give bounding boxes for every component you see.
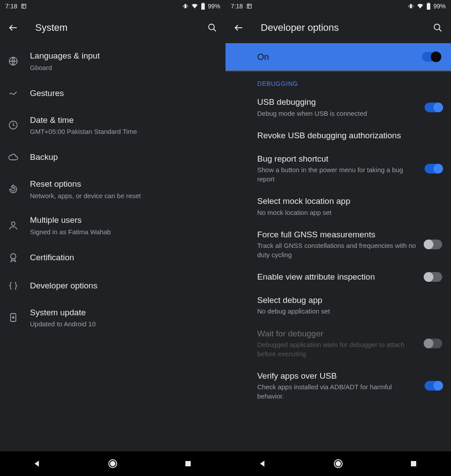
row-bug-report-shortcut[interactable]: Bug report shortcut Show a button in the… <box>226 148 451 190</box>
svg-point-4 <box>209 24 214 30</box>
row-title: Revoke USB debugging authorizations <box>257 130 442 141</box>
master-toggle-switch[interactable] <box>422 52 440 62</box>
row-select-debug-app[interactable]: Select debug app No debug application se… <box>226 289 451 322</box>
vibrate-icon <box>182 3 189 9</box>
toggle-switch[interactable] <box>425 381 442 391</box>
row-verify-apps-usb[interactable]: Verify apps over USB Check apps installe… <box>226 365 451 407</box>
badge-icon <box>6 251 20 265</box>
row-title: Reset options <box>30 178 217 190</box>
wifi-icon <box>417 3 424 9</box>
status-battery: 99% <box>433 3 446 10</box>
nav-recents[interactable] <box>405 455 422 472</box>
toggle-switch[interactable] <box>425 240 442 249</box>
row-system-update[interactable]: System update Updated to Android 10 <box>0 300 226 336</box>
page-title: Developer options <box>256 22 420 33</box>
developer-options-screen: 7:18 99% Developer options On <box>226 0 451 476</box>
status-bar: 7:18 99% <box>0 0 226 12</box>
row-title: Bug report shortcut <box>257 154 419 165</box>
row-force-gnss[interactable]: Force full GNSS measurements Track all G… <box>226 223 451 266</box>
row-sub: No mock location app set <box>257 208 442 217</box>
svg-rect-16 <box>428 3 429 4</box>
row-title: USB debugging <box>257 97 419 108</box>
toggle-switch[interactable] <box>425 272 442 282</box>
nav-recents[interactable] <box>179 455 197 472</box>
row-title: Wait for debugger <box>257 328 419 339</box>
row-languages-input[interactable]: Languages & input Gboard <box>0 43 226 79</box>
toggle-switch <box>425 339 442 348</box>
row-sub: Gboard <box>30 63 217 72</box>
reset-icon <box>6 182 20 196</box>
row-developer-options[interactable]: Developer options <box>0 272 226 300</box>
app-bar: Developer options <box>226 12 451 43</box>
back-button[interactable] <box>4 19 22 37</box>
row-title: Backup <box>30 151 217 163</box>
svg-rect-2 <box>201 4 205 10</box>
app-bar: System <box>0 12 226 43</box>
row-view-attr-inspection[interactable]: Enable view attribute inspection <box>226 266 451 289</box>
svg-rect-15 <box>427 4 430 10</box>
row-date-time[interactable]: Date & time GMT+05:00 Pakistan Standard … <box>0 107 226 144</box>
clock-icon <box>6 118 20 132</box>
svg-rect-12 <box>185 461 191 466</box>
row-wait-for-debugger: Wait for debugger Debugged application w… <box>226 322 451 365</box>
svg-rect-14 <box>410 4 412 8</box>
svg-point-19 <box>336 461 340 466</box>
toggle-switch[interactable] <box>425 103 442 112</box>
user-icon <box>6 218 20 232</box>
battery-icon <box>201 3 205 10</box>
row-usb-debugging[interactable]: USB debugging Debug mode when USB is con… <box>226 91 451 124</box>
nav-home[interactable] <box>104 455 122 472</box>
row-title: Enable view attribute inspection <box>257 272 419 283</box>
wifi-icon <box>191 3 198 9</box>
row-title: Multiple users <box>30 214 217 226</box>
svg-point-7 <box>11 222 15 225</box>
row-gestures[interactable]: Gestures <box>0 79 226 107</box>
toggle-switch[interactable] <box>425 164 442 173</box>
row-sub: Show a button in the power menu for taki… <box>257 166 419 184</box>
status-bar: 7:18 99% <box>226 0 451 12</box>
row-sub: No debug application set <box>257 307 442 316</box>
row-sub: Updated to Android 10 <box>30 319 217 328</box>
status-time: 7:18 <box>231 3 243 10</box>
row-sub: GMT+05:00 Pakistan Standard Time <box>30 127 217 136</box>
row-title: Certification <box>30 252 217 263</box>
row-reset-options[interactable]: Reset options Network, apps, or device c… <box>0 171 226 207</box>
nav-bar <box>226 451 451 476</box>
nav-back[interactable] <box>254 455 272 472</box>
row-mock-location[interactable]: Select mock location app No mock locatio… <box>226 190 451 223</box>
svg-point-11 <box>111 461 115 466</box>
update-icon <box>6 310 20 325</box>
status-battery: 99% <box>208 3 220 10</box>
battery-icon <box>426 3 431 10</box>
svg-rect-13 <box>248 4 251 8</box>
search-button[interactable] <box>203 19 221 37</box>
screenshot-icon <box>246 3 252 9</box>
row-sub: Signed in as Fatima Wahab <box>30 227 217 236</box>
svg-rect-0 <box>22 4 26 8</box>
status-time: 7:18 <box>5 3 17 10</box>
settings-list: Languages & input Gboard Gestures Date &… <box>0 43 226 476</box>
page-title: System <box>31 22 195 33</box>
row-certification[interactable]: Certification <box>0 244 226 272</box>
row-sub: Track all GNSS constellations and freque… <box>257 241 419 259</box>
vibrate-icon <box>408 3 414 9</box>
row-sub: Debugged application waits for debugger … <box>257 340 419 358</box>
row-sub: Network, apps, or device can be reset <box>30 191 217 200</box>
nav-back[interactable] <box>29 455 46 472</box>
row-revoke-usb[interactable]: Revoke USB debugging authorizations <box>226 124 451 148</box>
svg-point-8 <box>11 254 16 259</box>
nav-bar <box>0 451 226 476</box>
developer-options-list: DEBUGGING USB debugging Debug mode when … <box>226 71 451 476</box>
row-multiple-users[interactable]: Multiple users Signed in as Fatima Wahab <box>0 207 226 244</box>
row-title: Developer options <box>30 280 217 292</box>
svg-rect-3 <box>202 3 203 4</box>
row-backup[interactable]: Backup <box>0 143 226 171</box>
row-title: System update <box>30 307 217 318</box>
master-toggle-row[interactable]: On <box>226 43 451 71</box>
search-button[interactable] <box>429 19 447 37</box>
back-button[interactable] <box>230 19 248 37</box>
nav-home[interactable] <box>329 455 347 472</box>
row-title: Gestures <box>30 88 217 99</box>
row-title: Select debug app <box>257 295 442 306</box>
row-sub: Debug mode when USB is connected <box>257 109 419 118</box>
